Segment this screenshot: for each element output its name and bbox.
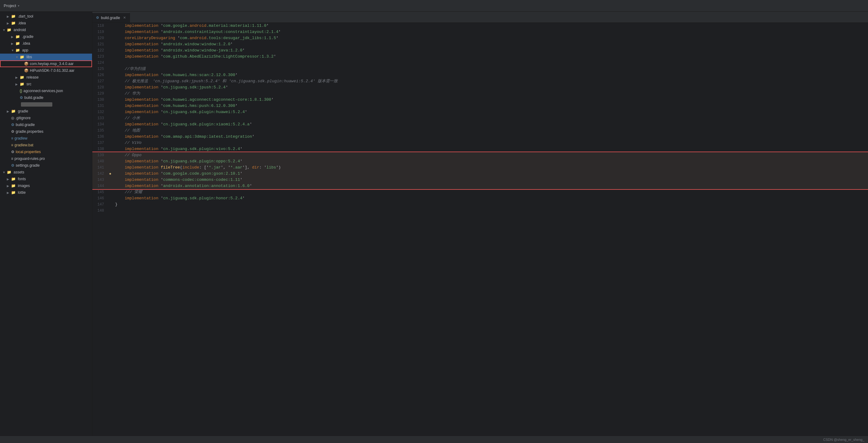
sidebar-label-images: images bbox=[18, 184, 30, 188]
sidebar-label-proguard: proguard-rules.pro bbox=[14, 156, 45, 161]
line-number: 136 bbox=[92, 134, 108, 140]
line-number: 137 bbox=[92, 140, 108, 146]
code-line-136: 136 implementation 'com.amap.api:3dmap:l… bbox=[92, 134, 868, 140]
line-content: implementation 'cn.jiguang.sdk.plugin:xi… bbox=[113, 121, 868, 127]
sidebar-item-dart-tool[interactable]: ▶📁.dart_tool bbox=[0, 13, 92, 20]
sidebar-label-build-gradle-root: build.gradle bbox=[16, 123, 35, 127]
build-gradle-tab[interactable]: ⚙ build.gradle ✕ bbox=[92, 12, 130, 23]
code-line-135: 135 // 地图 bbox=[92, 127, 868, 134]
line-content: implementation 'com.huawei.agconnect:agc… bbox=[113, 97, 868, 103]
line-content: implementation 'com.amap.api:3dmap:lates… bbox=[113, 134, 868, 140]
code-line-139: 139 // Oppo bbox=[92, 152, 868, 158]
line-content: // 地图 bbox=[113, 127, 868, 134]
sidebar-item-lottie[interactable]: ▶📁lottie bbox=[0, 189, 92, 196]
sidebar-item-blurred1[interactable]: ████████████ bbox=[0, 101, 92, 108]
code-line-129: 129 // 华为 bbox=[92, 91, 868, 97]
chevron-icon: ▶ bbox=[7, 191, 11, 195]
sidebar-label-android: android bbox=[13, 28, 26, 32]
sidebar-label-gradle-sub: .gradle bbox=[22, 34, 34, 39]
line-content: /// 荣耀 bbox=[113, 189, 868, 195]
chevron-icon: ▶ bbox=[7, 110, 11, 113]
sidebar-item-fonts[interactable]: ▶📁fonts bbox=[0, 176, 92, 182]
line-content: implementation fileTree(include: ['*.jar… bbox=[113, 165, 868, 171]
sidebar-label-build-gradle-app: build.gradle bbox=[24, 95, 43, 100]
code-line-121: 121 implementation 'androidx.window:wind… bbox=[92, 41, 868, 48]
code-line-123: 123 implementation 'com.github.AbedElazi… bbox=[92, 54, 868, 60]
line-content: implementation 'cn.jiguang.sdk.plugin:vi… bbox=[113, 146, 868, 152]
sidebar-item-agconnect[interactable]: {}agconnect-services.json bbox=[0, 88, 92, 94]
sidebar-item-images[interactable]: ▶📁images bbox=[0, 182, 92, 189]
project-label[interactable]: Project bbox=[4, 3, 16, 8]
sidebar-item-gradle-sub[interactable]: ▶📁.gradle bbox=[0, 33, 92, 40]
line-number: 133 bbox=[92, 115, 108, 121]
sidebar-label-gradlew-bat: gradlew.bat bbox=[14, 143, 33, 147]
sidebar-item-build-gradle-root[interactable]: ⚙build.gradle bbox=[0, 121, 92, 128]
sidebar-label-lottie: lottie bbox=[18, 190, 26, 195]
line-number: 147 bbox=[92, 202, 108, 208]
sidebar-label-hipush: HiPushSDK-7.0.61.302.aar bbox=[30, 68, 74, 73]
sidebar-item-app[interactable]: ▼📁app bbox=[0, 47, 92, 54]
title-bar: Project ▾ bbox=[0, 0, 868, 12]
sidebar-item-hipush[interactable]: 📦HiPushSDK-7.0.61.302.aar bbox=[0, 67, 92, 74]
chevron-icon: ▼ bbox=[16, 55, 20, 59]
sidebar-item-gradle-root[interactable]: ▶📁gradle bbox=[0, 108, 92, 115]
chevron-icon: ▶ bbox=[11, 35, 16, 38]
line-number: 141 bbox=[92, 165, 108, 171]
line-number: 139 bbox=[92, 152, 108, 158]
chevron-icon: ▶ bbox=[11, 42, 16, 45]
line-number: 119 bbox=[92, 29, 108, 35]
sidebar-item-assets[interactable]: ▼📁assets bbox=[0, 169, 92, 176]
sidebar-item-release[interactable]: ▶📁release bbox=[0, 74, 92, 81]
line-number: 118 bbox=[92, 23, 108, 29]
chevron-icon: ▶ bbox=[7, 184, 11, 187]
gutter-icon: ◆ bbox=[108, 171, 113, 177]
sidebar-item-src[interactable]: ▶📁src bbox=[0, 81, 92, 88]
code-line-124: 124 bbox=[92, 60, 868, 66]
sidebar-label-dart-tool: .dart_tool bbox=[18, 14, 33, 19]
line-content: implementation 'androidx.constraintlayou… bbox=[113, 29, 868, 35]
line-content: // 极光推送 'cn.jiguang.sdk:jpush:5.2.4' 和 '… bbox=[113, 78, 868, 84]
sidebar-item-gradlew-bat[interactable]: ≡gradlew.bat bbox=[0, 142, 92, 148]
code-line-146: 146 implementation 'cn.jiguang.sdk.plugi… bbox=[92, 195, 868, 202]
code-editor[interactable]: 118 implementation 'com.google.android.m… bbox=[92, 23, 868, 436]
line-content: implementation 'androidx.annotation:anno… bbox=[113, 183, 868, 189]
sidebar-item-idea-sub[interactable]: ▶📁.idea bbox=[0, 40, 92, 47]
line-number: 144 bbox=[92, 183, 108, 189]
sidebar-item-gitignore[interactable]: ◎.gitignore bbox=[0, 115, 92, 121]
line-content: implementation 'com.huawei.hms:scan:2.12… bbox=[113, 72, 868, 78]
line-number: 145 bbox=[92, 189, 108, 195]
line-number: 130 bbox=[92, 97, 108, 103]
line-number: 143 bbox=[92, 177, 108, 183]
sidebar-label-fonts: fonts bbox=[18, 177, 26, 181]
sidebar-item-gradle-props[interactable]: ⚙gradle.properties bbox=[0, 128, 92, 135]
code-line-118: 118 implementation 'com.google.android.m… bbox=[92, 23, 868, 29]
sidebar-item-libs[interactable]: ▼📁libs bbox=[0, 54, 92, 60]
line-content: implementation 'com.google.code.gson:gso… bbox=[113, 171, 868, 177]
sidebar-label-com-heytap: com.heytap.msp_3.4.0.aar bbox=[30, 62, 73, 66]
sidebar-item-com-heytap[interactable]: 📦com.heytap.msp_3.4.0.aar bbox=[0, 60, 92, 67]
tab-close-icon[interactable]: ✕ bbox=[123, 16, 126, 20]
sidebar-item-build-gradle-app[interactable]: ⚙build.gradle bbox=[0, 94, 92, 101]
sidebar-item-android[interactable]: ▼📁android bbox=[0, 27, 92, 33]
line-content: // Oppo bbox=[113, 152, 868, 158]
tab-label: build.gradle bbox=[101, 16, 120, 20]
chevron-icon: ▼ bbox=[2, 171, 7, 174]
sidebar: ▶📁.dart_tool▶📁.idea▼📁android▶📁.gradle▶📁.… bbox=[0, 12, 92, 436]
sidebar-item-idea-root[interactable]: ▶📁.idea bbox=[0, 20, 92, 27]
title-chevron-icon[interactable]: ▾ bbox=[17, 3, 20, 8]
chevron-icon: ▶ bbox=[16, 76, 20, 79]
code-line-133: 133 // 小米 bbox=[92, 115, 868, 121]
line-content: implementation 'com.huawei.hms:push:6.12… bbox=[113, 103, 868, 109]
sidebar-item-settings-gradle[interactable]: ⚙settings.gradle bbox=[0, 162, 92, 169]
code-line-122: 122 implementation 'androidx.window:wind… bbox=[92, 48, 868, 54]
line-number: 134 bbox=[92, 121, 108, 127]
line-number: 127 bbox=[92, 78, 108, 84]
sidebar-item-proguard[interactable]: ≡proguard-rules.pro bbox=[0, 155, 92, 162]
line-content: implementation 'androidx.window:window:1… bbox=[113, 41, 868, 48]
sidebar-item-gradlew[interactable]: ≡gradlew bbox=[0, 135, 92, 142]
sidebar-item-local-props[interactable]: ⚙local.properties bbox=[0, 148, 92, 155]
line-content: implementation 'cn.jiguang.sdk.plugin:ho… bbox=[113, 195, 868, 202]
sidebar-label-release: release bbox=[27, 75, 38, 80]
code-line-137: 137 // ViVo bbox=[92, 140, 868, 146]
code-line-132: 132 implementation 'cn.jiguang.sdk.plugi… bbox=[92, 109, 868, 115]
